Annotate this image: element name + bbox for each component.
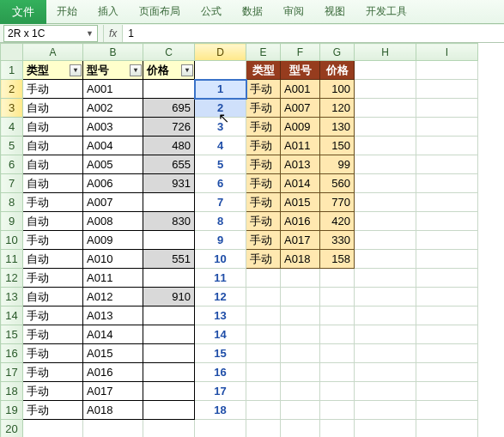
ribbon-tab-dev[interactable]: 开发工具	[355, 0, 417, 23]
cell-I19[interactable]	[416, 401, 478, 420]
filter-button[interactable]: ▾	[70, 64, 82, 76]
cell-F6[interactable]: A013	[281, 155, 320, 174]
cell-A10[interactable]: 手动	[23, 231, 83, 250]
cell-C20[interactable]	[143, 420, 195, 438]
cell-A9[interactable]: 自动	[23, 212, 83, 231]
col-header-A[interactable]: A	[23, 44, 83, 61]
ribbon-tab-insert[interactable]: 插入	[88, 0, 129, 23]
cell-D18[interactable]: 17	[195, 382, 246, 401]
cell-A18[interactable]: 手动	[23, 382, 83, 401]
col-header-D[interactable]: D	[195, 44, 246, 61]
cell-E20[interactable]	[246, 420, 281, 438]
cell-G12[interactable]	[320, 269, 355, 288]
cell-H17[interactable]	[355, 363, 416, 382]
cell-I7[interactable]	[416, 174, 478, 193]
cell-A14[interactable]: 手动	[23, 307, 83, 325]
cell-I11[interactable]	[416, 250, 478, 269]
cell-C9[interactable]: 830	[143, 212, 195, 231]
cell-C11[interactable]: 551	[143, 250, 195, 269]
ribbon-tab-review[interactable]: 审阅	[273, 0, 314, 23]
cell-I1[interactable]	[416, 61, 478, 80]
cell-E13[interactable]	[246, 288, 281, 307]
cell-B8[interactable]: A007	[83, 193, 143, 212]
cell-A19[interactable]: 手动	[23, 401, 83, 420]
cell-I14[interactable]	[416, 307, 478, 325]
cell-C7[interactable]: 931	[143, 174, 195, 193]
cell-A7[interactable]: 自动	[23, 174, 83, 193]
cell-F7[interactable]: A014	[281, 174, 320, 193]
cell-I10[interactable]	[416, 231, 478, 250]
cell-C17[interactable]	[143, 363, 195, 382]
cell-H19[interactable]	[355, 401, 416, 420]
fx-icon[interactable]: fx	[103, 25, 123, 42]
row-header-13[interactable]: 13	[1, 288, 23, 307]
cell-E19[interactable]	[246, 401, 281, 420]
cell-D14[interactable]: 13	[195, 307, 246, 325]
cell-B9[interactable]: A008	[83, 212, 143, 231]
cell-F19[interactable]	[281, 401, 320, 420]
cell-G20[interactable]	[320, 420, 355, 438]
cell-C19[interactable]	[143, 401, 195, 420]
cell-H5[interactable]	[355, 137, 416, 155]
cell-F20[interactable]	[281, 420, 320, 438]
cell-A2[interactable]: 手动	[23, 80, 83, 99]
cell-H14[interactable]	[355, 307, 416, 325]
cell-B4[interactable]: A003	[83, 118, 143, 137]
cell-I4[interactable]	[416, 118, 478, 137]
cell-D5[interactable]: 4	[195, 137, 246, 155]
cell-H2[interactable]	[355, 80, 416, 99]
cell-D13[interactable]: 12	[195, 288, 246, 307]
cell-C1[interactable]: 价格▾	[143, 61, 195, 80]
cell-I6[interactable]	[416, 155, 478, 174]
cell-A1[interactable]: 类型▾	[23, 61, 83, 80]
col-header-F[interactable]: F	[281, 44, 320, 61]
row-header-9[interactable]: 9	[1, 212, 23, 231]
cell-D12[interactable]: 11	[195, 269, 246, 288]
cell-A20[interactable]	[23, 420, 83, 438]
ribbon-tab-data[interactable]: 数据	[232, 0, 273, 23]
cell-C5[interactable]: 480	[143, 137, 195, 155]
cell-E8[interactable]: 手动	[246, 193, 281, 212]
cell-H12[interactable]	[355, 269, 416, 288]
cell-G13[interactable]	[320, 288, 355, 307]
cell-H8[interactable]	[355, 193, 416, 212]
col-header-B[interactable]: B	[83, 44, 143, 61]
cell-C8[interactable]	[143, 193, 195, 212]
name-box-dropdown-icon[interactable]: ▼	[86, 29, 94, 38]
cell-E16[interactable]	[246, 344, 281, 363]
col-header-I[interactable]: I	[416, 44, 478, 61]
cell-C12[interactable]	[143, 269, 195, 288]
cell-B6[interactable]: A005	[83, 155, 143, 174]
cell-E10[interactable]: 手动	[246, 231, 281, 250]
row-header-4[interactable]: 4	[1, 118, 23, 137]
row-header-15[interactable]: 15	[1, 325, 23, 344]
cell-C10[interactable]	[143, 231, 195, 250]
cell-D19[interactable]: 18	[195, 401, 246, 420]
cell-F2[interactable]: A001	[281, 80, 320, 99]
cell-A16[interactable]: 手动	[23, 344, 83, 363]
cell-E9[interactable]: 手动	[246, 212, 281, 231]
cell-D20[interactable]	[195, 420, 246, 438]
cell-D17[interactable]: 16	[195, 363, 246, 382]
cell-B10[interactable]: A009	[83, 231, 143, 250]
cell-G19[interactable]	[320, 401, 355, 420]
cell-B2[interactable]: A001	[83, 80, 143, 99]
cell-B11[interactable]: A010	[83, 250, 143, 269]
cell-B1[interactable]: 型号▾	[83, 61, 143, 80]
filter-button[interactable]: ▾	[130, 64, 142, 76]
cell-A13[interactable]: 自动	[23, 288, 83, 307]
cell-I17[interactable]	[416, 363, 478, 382]
select-all-corner[interactable]	[1, 44, 23, 61]
row-header-1[interactable]: 1	[1, 61, 23, 80]
cell-C14[interactable]	[143, 307, 195, 325]
cell-D7[interactable]: 6	[195, 174, 246, 193]
cell-A17[interactable]: 手动	[23, 363, 83, 382]
cell-I9[interactable]	[416, 212, 478, 231]
cell-E12[interactable]	[246, 269, 281, 288]
cell-D9[interactable]: 8	[195, 212, 246, 231]
cell-H1[interactable]	[355, 61, 416, 80]
cell-G14[interactable]	[320, 307, 355, 325]
cell-F18[interactable]	[281, 382, 320, 401]
cell-H4[interactable]	[355, 118, 416, 137]
cell-D3[interactable]: 2	[195, 99, 246, 118]
